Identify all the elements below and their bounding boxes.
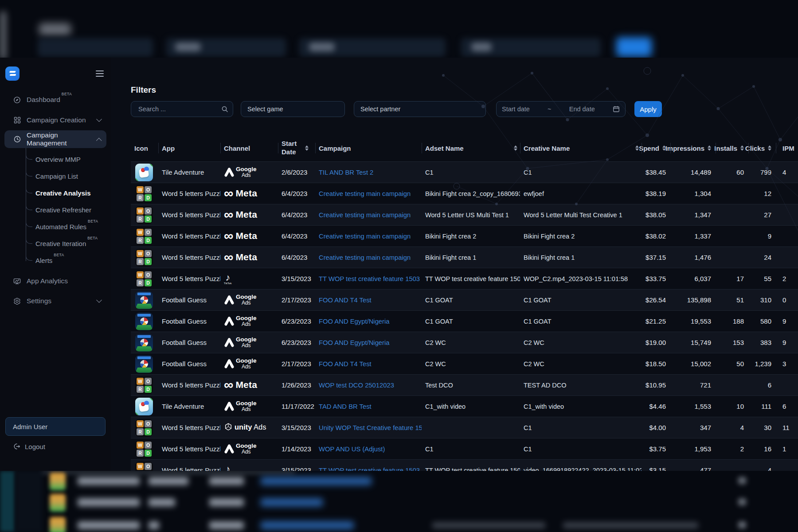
calendar-icon[interactable] — [613, 106, 620, 113]
submenu-item-creative-refresher[interactable]: Creative Refresher — [35, 201, 111, 218]
submenu-item-creative-iteration[interactable]: Creative IterationBETA — [35, 235, 111, 252]
app-name: Football Guess — [158, 296, 220, 304]
app-icon: WORD — [135, 206, 153, 224]
clicks-value: 55 — [748, 275, 776, 282]
blur-blob — [38, 38, 153, 57]
campaign-management-submenu: Overview MMP Campaign List Creative Anal… — [26, 151, 111, 269]
sidebar-item-settings[interactable]: Settings — [0, 291, 111, 311]
filters-bar: Select game Select partner Start date ~ … — [131, 101, 798, 117]
creative-name-value: Bikini Fight crea 1 — [520, 254, 642, 261]
campaign-link[interactable]: TIL AND BR Test 2 — [319, 169, 373, 176]
submenu-item-overview-mmp[interactable]: Overview MMP — [35, 151, 111, 168]
campaign-link[interactable]: WOP test DCO 25012023 — [319, 382, 394, 389]
app-logo[interactable] — [5, 66, 20, 81]
start-date-value: 2/17/2023 — [278, 360, 315, 368]
date-separator: ~ — [548, 106, 551, 113]
creative-name-value: C2 WC — [520, 360, 642, 368]
app-name: Football Guess — [158, 360, 220, 368]
campaign-link[interactable]: TAD AND BR Test — [319, 403, 372, 410]
clicks-value: 6 — [748, 381, 776, 389]
campaign-link[interactable]: Creative testing main campaign — [319, 211, 411, 219]
col-header-adset-name[interactable]: Adset Name — [422, 135, 520, 161]
sidebar-item-campaign-creation[interactable]: Campaign Creation — [0, 110, 111, 130]
spend-value: $19.00 — [642, 339, 670, 346]
sidebar-item-campaign-management[interactable]: Campaign Management — [4, 130, 106, 148]
tiktok-logo: ♪TikTok — [224, 464, 232, 471]
campaign-link[interactable]: TT WOP test creative feature 1503 — [319, 467, 420, 471]
submenu-item-alerts[interactable]: AlertsBETA — [35, 252, 111, 269]
campaign-link[interactable]: FOO AND T4 Test — [319, 297, 372, 304]
sort-icon[interactable] — [305, 145, 309, 151]
col-header-installs[interactable]: Installs — [716, 135, 748, 161]
spend-value: $38.19 — [642, 190, 670, 197]
logout-button[interactable]: Logout — [0, 438, 111, 455]
tiktok-logo: ♪TikTok — [224, 273, 232, 285]
col-header-app: App — [158, 135, 220, 161]
sort-icon[interactable] — [740, 145, 744, 151]
start-date-value: 6/4/2023 — [278, 254, 315, 261]
apply-button[interactable]: Apply — [634, 101, 662, 117]
creative-name-value: TEST AD DCO — [520, 382, 642, 389]
sort-icon[interactable] — [708, 145, 711, 151]
app-name: Word 5 letters Puzzle — [158, 254, 220, 261]
select-game-dropdown[interactable]: Select game — [241, 101, 345, 117]
sidebar-item-dashboard[interactable]: DashboardBETA — [0, 90, 111, 110]
col-header-ipm[interactable]: IPM — [776, 135, 798, 161]
submenu-item-creative-analysis[interactable]: Creative Analysis — [35, 184, 111, 201]
admin-user-box[interactable]: Admin User — [5, 417, 106, 436]
impressions-value: 135,898 — [670, 296, 716, 304]
spend-value: $38.02 — [642, 232, 670, 240]
dashboard-icon — [13, 96, 21, 104]
select-partner-dropdown[interactable]: Select partner — [354, 101, 486, 117]
campaign-link[interactable]: FOO AND Egypt/Nigeria — [319, 318, 390, 325]
meta-logo: ∞Meta — [224, 188, 257, 199]
presentation-chart-icon — [13, 278, 21, 285]
sort-icon[interactable] — [635, 145, 639, 151]
sidebar-item-label: App Analytics — [27, 277, 68, 285]
campaign-link[interactable]: Creative testing main campaign — [319, 190, 411, 197]
word-puzzle-icon: WORD — [135, 227, 153, 245]
sort-icon[interactable] — [768, 145, 771, 151]
adset-name-value: Bikini Fight crea 1 — [422, 254, 520, 261]
sidebar-item-label: Campaign Management — [27, 131, 66, 147]
submenu-item-automated-rules[interactable]: Automated RulesBETA — [35, 218, 111, 235]
app-icon: WORD — [135, 270, 153, 288]
sort-icon[interactable] — [514, 145, 517, 151]
start-date-value: 1/14/2023 — [278, 445, 315, 453]
campaign-link[interactable]: TT WOP test creative feature 1503 — [319, 275, 420, 282]
submenu-label: Creative Analysis — [35, 189, 91, 197]
blur-blob — [39, 23, 71, 35]
adset-name-value: Word 5 Letter US Multi Test 1 — [422, 211, 520, 219]
col-header-start-date[interactable]: Start Date — [278, 135, 315, 161]
end-date-placeholder[interactable]: End date — [569, 106, 595, 113]
campaign-link[interactable]: Creative testing main campaign — [319, 233, 411, 240]
impressions-value: 721 — [670, 381, 716, 389]
col-header-creative-name[interactable]: Creative Name — [520, 135, 642, 161]
sidebar-item-label: Dashboard — [27, 96, 60, 103]
app-name: Word 5 letters Puzzle — [158, 466, 220, 471]
campaign-link[interactable]: FOO AND Egypt/Nigeria — [319, 339, 390, 346]
admin-user-label: Admin User — [13, 423, 47, 430]
campaign-link[interactable]: Unity WOP Test Creative feature 1503 — [319, 424, 422, 431]
ipm-value: 4 — [776, 168, 798, 176]
clicks-value: 12 — [748, 190, 776, 197]
campaign-link[interactable]: Creative testing main campaign — [319, 254, 411, 261]
start-date-placeholder[interactable]: Start date — [502, 106, 530, 113]
date-range-picker[interactable]: Start date ~ End date — [496, 101, 626, 117]
app-icon: WORD — [135, 164, 153, 181]
campaign-link[interactable]: FOO AND T4 Test — [319, 360, 372, 368]
col-header-impressions[interactable]: Impressions — [670, 135, 716, 161]
col-header-clicks[interactable]: Clicks — [748, 135, 776, 161]
sidebar-item-app-analytics[interactable]: App Analytics — [0, 271, 111, 291]
search-input[interactable] — [137, 105, 221, 113]
google-ads-logo: GoogleAds — [224, 443, 257, 455]
creative-name-value: C2 WC — [520, 339, 642, 346]
submenu-item-campaign-list[interactable]: Campaign List — [35, 168, 111, 184]
adset-name-value: Bikini Fight crea 2_copy_1680693079 — [422, 190, 520, 197]
campaign-link[interactable]: WOP AND US (Adjust) — [319, 446, 385, 453]
search-icon[interactable] — [221, 106, 228, 113]
installs-value: 188 — [716, 317, 748, 325]
hamburger-menu-icon[interactable] — [96, 70, 104, 77]
blurred-table-row — [0, 494, 798, 512]
adset-name-value: C1 GOAT — [422, 318, 520, 325]
